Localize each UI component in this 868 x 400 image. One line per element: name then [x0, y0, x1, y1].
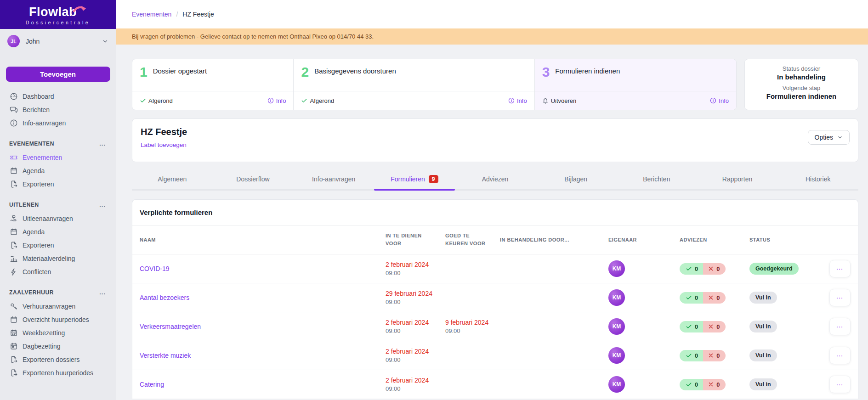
content: 1Dossier opgestartAfgerondInfo2Basisgege… — [116, 45, 868, 400]
row-actions-button[interactable]: ... — [829, 318, 851, 335]
actions-cell: ... — [826, 318, 851, 335]
ellipsis-icon[interactable]: ... — [99, 142, 106, 146]
step-state-label: Uitvoeren — [551, 97, 577, 104]
sidebar-item-verhuuraanvragen[interactable]: Verhuuraanvragen — [0, 299, 116, 313]
chevron-down-icon — [102, 38, 108, 45]
row-actions-button[interactable]: ... — [829, 347, 851, 364]
status-cell: Vul in — [749, 292, 826, 304]
brand-logo: Flowlab — [29, 6, 77, 18]
table-row: Verkeersmaatregelen2 februari 202409:009… — [132, 312, 858, 341]
form-link-versterkte-muziek[interactable]: Versterkte muziek — [140, 352, 191, 359]
tab-algemeen[interactable]: Algemeen — [132, 171, 213, 189]
table-header: NAAMIN TE DIENEN VOORGOED TE KEUREN VOOR… — [132, 225, 858, 254]
form-name-cell: Aantal bezoekers — [140, 294, 386, 301]
tab-formulieren[interactable]: Formulieren9 — [374, 171, 455, 189]
tab-label: Algemeen — [158, 175, 187, 183]
sidebar-section-zaalverhuur: ZAALVERHUUR... — [0, 289, 116, 296]
owner-avatar: KM — [608, 347, 625, 364]
owner-cell: KM — [608, 260, 680, 277]
check-icon — [140, 97, 146, 104]
owner-cell: KM — [608, 347, 680, 364]
sidebar-item-conflicten[interactable]: Conflicten — [0, 265, 116, 278]
step-info-link[interactable]: Info — [267, 97, 286, 104]
sidebar-item-weekbezetting[interactable]: Weekbezetting — [0, 326, 116, 339]
user-name: John — [26, 38, 40, 45]
row-actions-button[interactable]: ... — [829, 260, 851, 277]
sidebar-item-agenda[interactable]: Agenda — [0, 164, 116, 177]
sidebar-item-exporteren-dossiers[interactable]: Exporteren dossiers — [0, 353, 116, 366]
actions-cell: ... — [826, 376, 851, 393]
form-link-aantal-bezoekers[interactable]: Aantal bezoekers — [140, 294, 189, 301]
date-value: 2 februari 2024 — [386, 319, 445, 326]
key-icon — [9, 302, 18, 310]
user-menu[interactable]: JL John — [0, 29, 116, 53]
date-value: 9 februari 2024 — [445, 319, 500, 326]
x-icon — [708, 382, 714, 387]
calendar-week-icon — [9, 328, 18, 337]
sidebar-item-label: Dashboard — [23, 93, 54, 100]
sidebar-item-agenda[interactable]: Agenda — [0, 225, 116, 238]
ellipsis-icon[interactable]: ... — [99, 203, 106, 207]
form-link-covid-19[interactable]: COVID-19 — [140, 265, 170, 272]
doc-export-icon — [9, 355, 18, 364]
form-link-catering[interactable]: Catering — [140, 381, 164, 388]
tab-label: Dossierflow — [236, 175, 269, 183]
sidebar-item-exporteren-huurperiodes[interactable]: Exporteren huurperiodes — [0, 366, 116, 379]
doc-export-icon — [9, 180, 18, 188]
app-root: Flowlab Dossiercentrale JL John Toevoege… — [0, 0, 868, 400]
tab-label: Rapporten — [722, 175, 752, 183]
breadcrumb-link-evenementen[interactable]: Evenementen — [132, 11, 171, 18]
row-actions-button[interactable]: ... — [829, 289, 851, 306]
column-header-eigenaar: EIGENAAR — [608, 236, 680, 244]
adviezen-rejected-count: 0 — [703, 292, 726, 304]
sidebar-item-berichten[interactable]: Berichten — [0, 103, 116, 116]
add-label-link[interactable]: Label toevoegen — [141, 141, 187, 148]
doc-export-icon — [9, 368, 18, 377]
next-step-label: Volgende stap — [783, 85, 820, 91]
tab-info-aanvragen[interactable]: Info-aanvragen — [293, 171, 374, 189]
sidebar-item-evenementen[interactable]: Evenementen — [0, 151, 116, 164]
sidebar-item-label: Overzicht huurperiodes — [23, 316, 89, 323]
tab-rapporten[interactable]: Rapporten — [697, 171, 778, 189]
table-row: Versterkte muziek2 februari 202409:00KM0… — [132, 341, 858, 370]
sidebar-item-label: Exporteren huurperiodes — [23, 369, 93, 377]
sidebar-item-uitleenaanvragen[interactable]: Uitleenaanvragen — [0, 212, 116, 225]
options-button[interactable]: Opties — [808, 130, 850, 145]
tab-dossierflow[interactable]: Dossierflow — [213, 171, 294, 189]
sidebar-item-overzicht-huurperiodes[interactable]: Overzicht huurperiodes — [0, 313, 116, 326]
due-date-cell: 2 februari 202409:00 — [386, 348, 445, 363]
tab-bijlagen[interactable]: Bijlagen — [535, 171, 616, 189]
sidebar-item-info-aanvragen[interactable]: Info-aanvragen — [0, 116, 116, 130]
adviezen-approved-count: 0 — [680, 321, 703, 332]
table-row: Aantal bezoekers29 februari 202409:00KM0… — [132, 283, 858, 312]
due-date-cell: 2 februari 202409:00 — [386, 319, 445, 334]
form-link-verkeersmaatregelen[interactable]: Verkeersmaatregelen — [140, 323, 201, 330]
sidebar-item-materiaalverdeling[interactable]: Materiaalverdeling — [0, 252, 116, 265]
column-header-goed-te-keuren-voor: GOED TE KEUREN VOOR — [445, 232, 500, 248]
owner-cell: KM — [608, 289, 680, 306]
row-actions-button[interactable]: ... — [829, 376, 851, 393]
time-value: 09:00 — [445, 327, 500, 334]
page-title: HZ Feestje — [141, 127, 850, 137]
add-button[interactable]: Toevoegen — [6, 67, 110, 82]
sidebar-item-exporteren[interactable]: Exporteren — [0, 177, 116, 191]
tab-label: Berichten — [643, 175, 670, 183]
tab-historiek[interactable]: Historiek — [777, 171, 858, 189]
options-button-label: Opties — [815, 134, 833, 141]
column-header-status: STATUS — [749, 236, 826, 244]
step-info-link[interactable]: Info — [508, 97, 527, 104]
sidebar-item-dagbezetting[interactable]: Dagbezetting — [0, 339, 116, 353]
ellipsis-icon[interactable]: ... — [99, 291, 106, 294]
step-card-dossier-opgestart: 1Dossier opgestartAfgerondInfo — [132, 59, 293, 110]
step-info-link[interactable]: Info — [710, 97, 729, 104]
tab-berichten[interactable]: Berichten — [616, 171, 697, 189]
adviezen-approved-count: 0 — [680, 292, 703, 304]
sidebar-section-uitlenen: UITLENEN... — [0, 202, 116, 208]
sidebar-item-exporteren[interactable]: Exporteren — [0, 238, 116, 252]
tab-adviezen[interactable]: Adviezen — [455, 171, 536, 189]
status-badge: Vul in — [749, 349, 777, 361]
owner-avatar: KM — [608, 289, 625, 306]
sidebar-item-dashboard[interactable]: Dashboard — [0, 90, 116, 103]
adviezen-rejected-count: 0 — [703, 321, 726, 332]
adviezen-cell: 00 — [680, 292, 749, 304]
